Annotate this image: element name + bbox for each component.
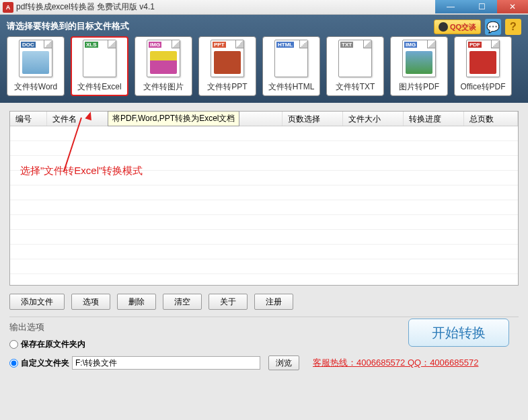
format-文件转Excel[interactable]: XLS文件转Excel (71, 36, 128, 96)
table-row (10, 126, 518, 141)
start-convert-button[interactable]: 开始转换 (408, 319, 509, 347)
titlebar: A pdf转换成excel转换器 免费试用版 v4.1 — ☐ ✕ (0, 0, 528, 15)
options-button[interactable]: 选项 (71, 294, 110, 310)
th-size[interactable]: 文件大小 (343, 112, 404, 126)
radio-custom-input[interactable] (9, 359, 18, 368)
th-progress[interactable]: 转换进度 (404, 112, 464, 126)
content-area: 编号 文件名 页数选择 文件大小 转换进度 总页数 添加文件 选项 删除 清空 … (0, 103, 528, 381)
close-button[interactable]: ✕ (497, 0, 528, 13)
format-label: 文件转图片 (138, 81, 189, 93)
table-row (10, 245, 518, 259)
radio-source-label: 保存在原文件夹内 (21, 339, 85, 350)
format-图片转PDF[interactable]: IMG图片转PDF (390, 36, 448, 96)
format-文件转HTML[interactable]: HTML文件转HTML (262, 36, 320, 96)
table-row (10, 185, 518, 200)
annotation-text: 选择"文件转Excel"转换模式 (20, 165, 143, 177)
hotline-link[interactable]: 客服热线：4006685572 QQ：4006685572 (313, 357, 478, 369)
help-icon[interactable]: ? (505, 19, 521, 35)
minimize-button[interactable]: — (435, 0, 466, 13)
browse-button[interactable]: 浏览 (268, 355, 299, 370)
add-file-button[interactable]: 添加文件 (9, 294, 65, 310)
radio-custom-folder[interactable]: 自定义文件夹 浏览 客服热线：4006685572 QQ：4006685572 (9, 355, 519, 370)
output-path-input[interactable] (72, 356, 260, 370)
format-label: 文件转Word (10, 81, 61, 93)
table-row (10, 274, 518, 286)
table-row (10, 215, 518, 230)
format-文件转TXT[interactable]: TXT文件转TXT (326, 36, 384, 96)
qq-icon (439, 22, 448, 32)
file-table: 编号 文件名 页数选择 文件大小 转换进度 总页数 (9, 111, 519, 286)
table-row (10, 230, 518, 245)
format-panel: 请选择要转换到的目标文件格式 QQ交谈 💬 ? DOC文件转WordXLS文件转… (0, 15, 528, 103)
chat-icon[interactable]: 💬 (485, 19, 501, 35)
th-total[interactable]: 总页数 (464, 112, 518, 126)
clear-button[interactable]: 清空 (163, 294, 202, 310)
table-row (10, 200, 518, 215)
th-id[interactable]: 编号 (10, 112, 47, 126)
app-icon: A (3, 2, 13, 13)
qq-chat-button[interactable]: QQ交谈 (434, 19, 481, 34)
register-button[interactable]: 注册 (254, 294, 293, 310)
format-label: 文件转TXT (330, 81, 381, 93)
radio-source-input[interactable] (9, 340, 18, 349)
format-Office转PDF[interactable]: PDFOffice转PDF (454, 36, 512, 96)
format-label: 文件转Excel (74, 81, 125, 93)
th-pages[interactable]: 页数选择 (282, 112, 343, 126)
table-row (10, 141, 518, 156)
window-title: pdf转换成excel转换器 免费试用版 v4.1 (16, 1, 155, 13)
format-label: 文件转HTML (266, 81, 317, 93)
tooltip: 将PDF,Word,PPT转换为Excel文档 (108, 111, 239, 126)
format-label: 文件转PPT (202, 81, 253, 93)
help-icons: QQ交谈 💬 ? (434, 19, 521, 35)
format-row: DOC文件转WordXLS文件转ExcelIMG文件转图片PPT文件转PPTHT… (7, 36, 521, 96)
about-button[interactable]: 关于 (209, 294, 248, 310)
radio-custom-label: 自定义文件夹 (21, 358, 69, 369)
format-文件转Word[interactable]: DOC文件转Word (7, 36, 65, 96)
window-controls: — ☐ ✕ (435, 0, 528, 13)
format-label: Office转PDF (457, 81, 508, 93)
format-文件转PPT[interactable]: PPT文件转PPT (198, 36, 256, 96)
action-buttons: 添加文件 选项 删除 清空 关于 注册 (9, 294, 519, 310)
qq-label: QQ交谈 (450, 22, 476, 32)
maximize-button[interactable]: ☐ (466, 0, 497, 13)
format-label: 图片转PDF (393, 81, 445, 93)
table-row (10, 259, 518, 274)
delete-button[interactable]: 删除 (117, 294, 156, 310)
table-body (10, 126, 518, 286)
output-section: 输出选项 开始转换 保存在原文件夹内 自定义文件夹 浏览 客服热线：400668… (9, 317, 519, 370)
format-文件转图片[interactable]: IMG文件转图片 (135, 36, 192, 96)
